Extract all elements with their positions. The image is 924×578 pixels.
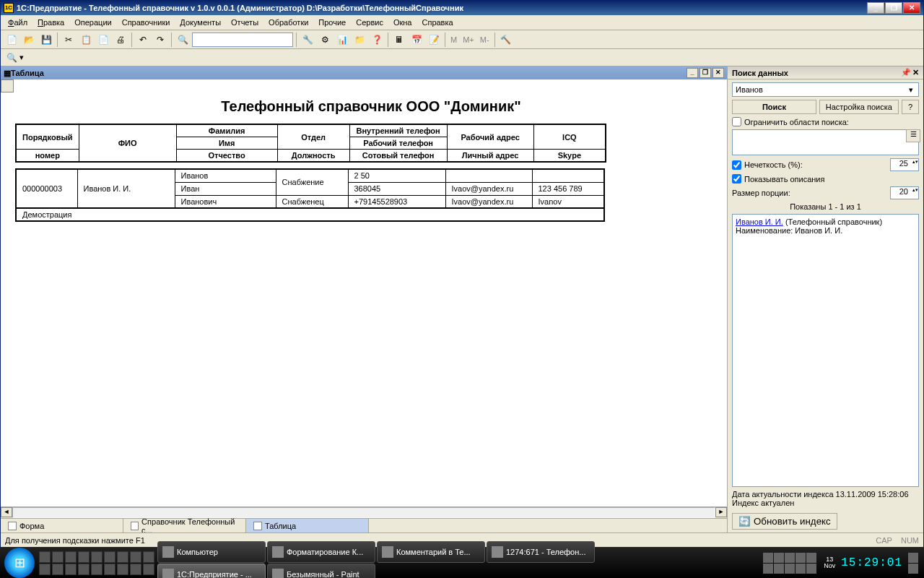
doc-minimize-button[interactable]: _	[687, 68, 698, 78]
quicklaunch-icon[interactable]	[130, 551, 141, 563]
menu-service[interactable]: Сервис	[352, 17, 388, 28]
undo-icon[interactable]: ↶	[135, 32, 151, 48]
doc-close-button[interactable]: ✕	[712, 68, 724, 78]
task-1c[interactable]: 1С:Предприятие - ...	[157, 564, 266, 579]
fuzzy-checkbox[interactable]: Нечеткость (%):	[732, 160, 887, 170]
menu-other[interactable]: Прочие	[314, 17, 350, 28]
tray-icon[interactable]	[785, 553, 795, 563]
task-phone[interactable]: 1274:671 - Телефон...	[487, 541, 595, 563]
menu-operations[interactable]: Операции	[70, 17, 116, 28]
show-desc-checkbox[interactable]: Показывать описания	[732, 174, 919, 184]
help-button[interactable]: ?	[902, 100, 919, 114]
task-paint[interactable]: Безымянный - Paint	[267, 564, 375, 579]
tray-icon[interactable]	[785, 564, 795, 574]
print-icon[interactable]: 🖨	[113, 32, 128, 48]
start-button[interactable]: ⊞	[4, 548, 35, 578]
search-settings-button[interactable]: Настройка поиска	[819, 100, 899, 114]
menu-edit[interactable]: Правка	[33, 17, 69, 28]
quicklaunch-icon[interactable]	[78, 564, 90, 575]
tray-icon[interactable]	[774, 553, 784, 563]
close-button[interactable]: ✕	[903, 2, 920, 14]
select-areas-icon[interactable]: ☰	[906, 129, 920, 142]
tray-icon[interactable]	[806, 553, 816, 563]
quicklaunch-icon[interactable]	[65, 551, 77, 563]
volume-icon[interactable]	[908, 564, 918, 574]
quicklaunch-icon[interactable]	[39, 564, 51, 575]
doc-restore-button[interactable]: ❐	[699, 68, 711, 78]
wrench-icon[interactable]: 🔨	[498, 32, 514, 48]
tray-icon[interactable]	[763, 564, 773, 574]
tray-icon[interactable]	[796, 564, 806, 574]
date-badge[interactable]: 13 Nov	[824, 556, 835, 569]
scroll-left-icon[interactable]: ◄	[1, 507, 12, 517]
task-format[interactable]: Форматирование К...	[267, 541, 375, 563]
memory-mplus[interactable]: М+	[461, 35, 476, 44]
quicklaunch-icon[interactable]	[143, 551, 154, 563]
tab-catalog[interactable]: Справочник Телефонный с...	[123, 519, 246, 532]
portion-spinner[interactable]: 20	[890, 186, 919, 199]
doc-titlebar[interactable]: ▦ Таблица _ ❐ ✕	[1, 66, 727, 79]
update-index-button[interactable]: 🔄Обновить индекс	[732, 513, 837, 530]
quicklaunch-icon[interactable]	[39, 551, 51, 563]
search-button[interactable]: Поиск	[732, 100, 816, 114]
quicklaunch-icon[interactable]	[117, 551, 128, 563]
menu-reports[interactable]: Отчеты	[227, 17, 263, 28]
copy-icon[interactable]: 📋	[78, 32, 94, 48]
tray-icon[interactable]	[774, 564, 784, 574]
scroll-track[interactable]	[12, 507, 715, 518]
menu-help[interactable]: Справка	[417, 17, 457, 28]
help-icon[interactable]: ❓	[369, 32, 385, 48]
quicklaunch-icon[interactable]	[91, 564, 103, 575]
maximize-button[interactable]: ❐	[885, 2, 902, 14]
tray-icon[interactable]	[796, 553, 806, 563]
fuzzy-spinner[interactable]: 25	[890, 158, 919, 171]
quicklaunch-icon[interactable]	[104, 564, 116, 575]
quicklaunch-icon[interactable]	[143, 564, 154, 575]
task-computer[interactable]: Компьютер	[157, 541, 266, 563]
menu-processing[interactable]: Обработки	[264, 17, 313, 28]
new-icon[interactable]: 📄	[4, 32, 19, 48]
tray-icon[interactable]	[908, 553, 918, 563]
task-comment[interactable]: Комментарий в Те...	[377, 541, 485, 563]
tool-icon[interactable]: 🔧	[300, 32, 315, 48]
tool-icon[interactable]: 📝	[426, 32, 442, 48]
quicklaunch-icon[interactable]	[117, 564, 128, 575]
quicklaunch-icon[interactable]	[52, 551, 64, 563]
clock[interactable]: 15:29:01	[841, 556, 902, 569]
open-icon[interactable]: 📂	[21, 32, 37, 48]
quicklaunch-icon[interactable]	[91, 551, 103, 563]
menu-documents[interactable]: Документы	[175, 17, 225, 28]
result-link[interactable]: Иванов И. И.	[736, 217, 783, 226]
quicklaunch-icon[interactable]	[130, 564, 141, 575]
tray-icon[interactable]	[763, 553, 773, 563]
save-icon[interactable]: 💾	[38, 32, 54, 48]
pin-icon[interactable]: 📌	[901, 68, 911, 77]
tool-icon[interactable]: 📊	[334, 32, 350, 48]
find-icon[interactable]: 🔍	[175, 32, 191, 48]
cut-icon[interactable]: ✂	[61, 32, 77, 48]
tray-icon[interactable]	[806, 564, 816, 574]
calc-icon[interactable]: 🖩	[391, 32, 407, 48]
menu-catalogs[interactable]: Справочники	[118, 17, 175, 28]
limit-areas-checkbox[interactable]: Ограничить области поиска:	[732, 117, 919, 126]
search-input[interactable]	[732, 82, 919, 97]
minimize-button[interactable]: _	[867, 2, 884, 14]
zoom-icon[interactable]: 🔍	[4, 50, 19, 66]
paste-icon[interactable]: 📄	[95, 32, 111, 48]
memory-mminus[interactable]: М-	[478, 35, 492, 44]
close-icon[interactable]: ✕	[912, 68, 919, 77]
menu-windows[interactable]: Окна	[389, 17, 417, 28]
quicklaunch-icon[interactable]	[52, 564, 64, 575]
tool-icon[interactable]: 📁	[352, 32, 367, 48]
select-all-cell[interactable]	[1, 79, 14, 92]
titlebar[interactable]: 1C 1С:Предприятие - Телефонный справочни…	[1, 1, 923, 15]
calendar-icon[interactable]: 📅	[409, 32, 424, 48]
dropdown-icon[interactable]: ▾	[19, 53, 24, 62]
quicklaunch-icon[interactable]	[104, 551, 116, 563]
menu-file[interactable]: Файл	[4, 17, 32, 28]
quicklaunch-icon[interactable]	[65, 564, 77, 575]
scroll-right-icon[interactable]: ►	[715, 507, 727, 517]
tab-form[interactable]: Форма	[1, 519, 123, 532]
redo-icon[interactable]: ↷	[152, 32, 168, 48]
quicklaunch-icon[interactable]	[78, 551, 90, 563]
